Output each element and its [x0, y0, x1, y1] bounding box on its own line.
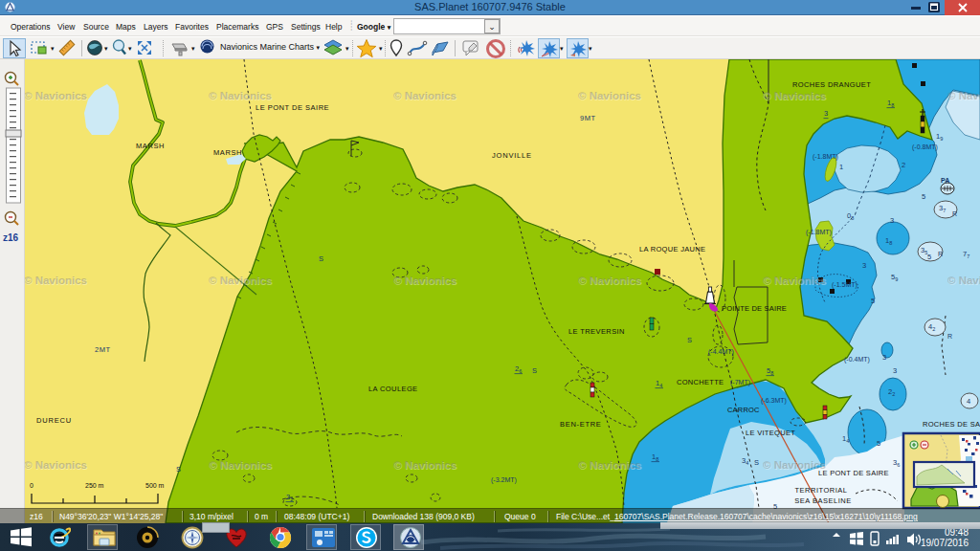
svg-text:R: R — [947, 333, 952, 340]
svg-text:S: S — [532, 366, 537, 375]
svg-text:© Navionics: © Navionics — [209, 459, 272, 471]
svg-text:SEA BASELINE: SEA BASELINE — [794, 496, 851, 505]
svg-text:3: 3 — [862, 261, 866, 270]
svg-text:(-1.8MT): (-1.8MT) — [806, 229, 832, 236]
svg-text:© Navionics: © Navionics — [947, 90, 980, 101]
svg-text:(-7MT): (-7MT) — [730, 379, 750, 386]
svg-text:© Navionics: © Navionics — [578, 90, 641, 101]
svg-text:5: 5 — [877, 439, 880, 448]
svg-text:© Navionics: © Navionics — [209, 90, 272, 101]
svg-text:DURECU: DURECU — [36, 416, 72, 425]
svg-text:© Navionics: © Navionics — [24, 90, 87, 101]
svg-text:© Navionics: © Navionics — [393, 459, 457, 471]
svg-text:LA COULEGE: LA COULEGE — [368, 385, 418, 393]
svg-text:S: S — [687, 336, 692, 344]
svg-text:5: 5 — [871, 297, 875, 305]
svg-text:© Navionics: © Navionics — [393, 275, 457, 286]
svg-text:© Navionics: © Navionics — [578, 459, 641, 471]
svg-text:z16: z16 — [3, 232, 19, 243]
svg-text:© Navionics: © Navionics — [763, 459, 826, 471]
svg-text:MARSH: MARSH — [136, 142, 165, 150]
svg-text:0: 0 — [30, 482, 33, 489]
svg-text:JONVILLE: JONVILLE — [492, 151, 532, 160]
svg-text:(-0.8MT): (-0.8MT) — [912, 143, 938, 151]
svg-text:S: S — [176, 465, 181, 474]
svg-text:5: 5 — [922, 192, 925, 201]
svg-text:(-1.5MT): (-1.5MT) — [832, 281, 858, 289]
svg-text:3: 3 — [882, 353, 886, 362]
svg-text:S: S — [754, 458, 759, 467]
svg-text:TERRITORIAL: TERRITORIAL — [795, 486, 848, 495]
svg-text:© Navionics: © Navionics — [578, 275, 641, 286]
svg-text:S: S — [319, 254, 323, 263]
svg-text:© Navionics: © Navionics — [24, 275, 87, 286]
svg-text:3: 3 — [890, 216, 894, 225]
svg-text:MARSH: MARSH — [213, 148, 242, 157]
svg-text:© Navionics: © Navionics — [763, 90, 826, 101]
svg-text:(-3.2MT): (-3.2MT) — [491, 476, 517, 484]
svg-text:1: 1 — [839, 163, 843, 171]
svg-text:(-6.3MT): (-6.3MT) — [761, 397, 787, 405]
svg-text:2MT: 2MT — [95, 345, 111, 354]
svg-text:© Navionics: © Navionics — [947, 275, 980, 286]
svg-text:BEN-ETRE: BEN-ETRE — [560, 420, 602, 429]
svg-text:LE PONT DE SAIRE: LE PONT DE SAIRE — [818, 469, 889, 477]
svg-text:LE TREVERSIN: LE TREVERSIN — [568, 327, 625, 336]
svg-text:3: 3 — [893, 366, 897, 375]
svg-text:ROCHES DE SAI: ROCHES DE SAI — [923, 420, 980, 429]
svg-text:LE VITEQUET: LE VITEQUET — [746, 429, 795, 437]
svg-text:LE PONT DE SAIRE: LE PONT DE SAIRE — [256, 103, 329, 112]
svg-text:9MT: 9MT — [580, 114, 596, 122]
svg-text:© Navionics: © Navionics — [209, 275, 272, 286]
svg-text:© Navionics: © Navionics — [763, 275, 826, 286]
svg-text:© Navionics: © Navionics — [24, 459, 87, 471]
svg-text:(-4.4MT): (-4.4MT) — [708, 348, 734, 356]
svg-text:CARROC: CARROC — [727, 406, 760, 414]
svg-text:3: 3 — [824, 109, 828, 118]
svg-text:500 m: 500 m — [145, 482, 165, 489]
svg-text:250 m: 250 m — [85, 482, 104, 489]
svg-text:POINTE DE SAIRE: POINTE DE SAIRE — [722, 304, 787, 313]
svg-text:(-1.8MT): (-1.8MT) — [813, 153, 838, 161]
svg-text:CONCHETTE: CONCHETTE — [677, 378, 724, 386]
svg-text:2: 2 — [902, 161, 905, 169]
svg-text:PA: PA — [941, 177, 949, 184]
svg-text:© Navionics: © Navionics — [393, 90, 457, 101]
svg-text:LA ROQUE JAUNE: LA ROQUE JAUNE — [639, 245, 705, 253]
svg-text:ROCHES DRANGUET: ROCHES DRANGUET — [792, 80, 871, 89]
svg-text:R: R — [952, 210, 957, 217]
svg-text:4: 4 — [967, 397, 970, 406]
svg-text:5: 5 — [927, 253, 931, 261]
svg-text:(-0.4MT): (-0.4MT) — [844, 356, 870, 364]
svg-text:R: R — [938, 251, 943, 257]
